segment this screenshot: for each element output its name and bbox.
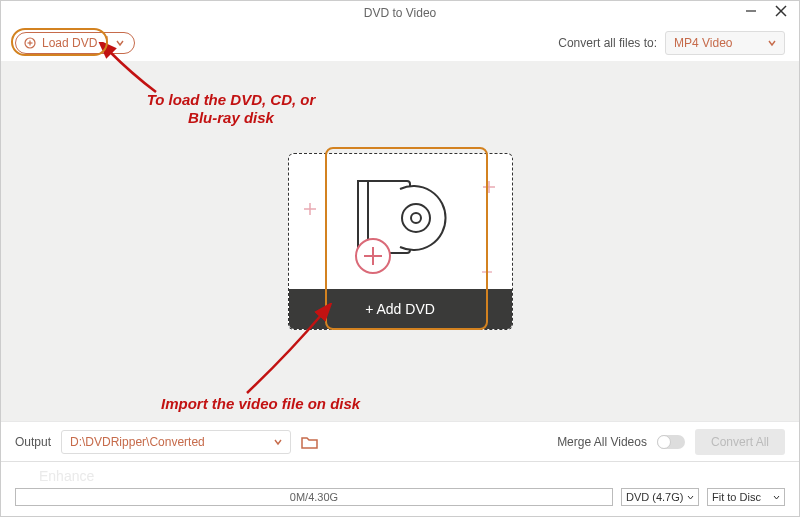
folder-icon (301, 434, 319, 450)
output-format-value: MP4 Video (674, 36, 732, 50)
output-label: Output (15, 435, 51, 449)
add-dvd-bar[interactable]: + Add DVD (289, 289, 512, 329)
merge-videos-label: Merge All Videos (557, 435, 647, 449)
close-button[interactable] (771, 1, 791, 21)
output-path-select[interactable]: D:\DVDRipper\Converted (61, 430, 291, 454)
separator (107, 36, 108, 50)
add-dvd-label: + Add DVD (365, 301, 435, 317)
title-bar: DVD to Video (1, 1, 799, 25)
plus-circle-icon (24, 37, 36, 49)
capacity-text: 0M/4.30G (290, 491, 338, 503)
window-controls (741, 1, 799, 21)
disc-type-select[interactable]: DVD (4.7G) (621, 488, 699, 506)
toolbar: Load DVD Convert all files to: MP4 Video (1, 25, 799, 61)
sparkle-icon (482, 267, 492, 277)
progress-row: 0M/4.30G DVD (4.7G) Fit to Disc (15, 488, 785, 506)
load-dvd-button[interactable]: Load DVD (15, 32, 135, 54)
chevron-down-icon (116, 39, 124, 47)
window-title: DVD to Video (364, 6, 437, 20)
output-bar: Output D:\DVDRipper\Converted Merge All … (1, 421, 799, 461)
chevron-down-icon (773, 494, 780, 501)
annotation-load-hint: To load the DVD, CD, or Blu-ray disk (131, 91, 331, 127)
toolbar-right: Convert all files to: MP4 Video (558, 31, 785, 55)
chevron-down-icon (687, 494, 694, 501)
minimize-button[interactable] (741, 1, 761, 21)
merge-videos-toggle[interactable] (657, 435, 685, 449)
load-dvd-label: Load DVD (42, 36, 97, 50)
output-path-value: D:\DVDRipper\Converted (70, 435, 205, 449)
close-icon (774, 4, 788, 18)
fit-mode-value: Fit to Disc (712, 491, 761, 503)
capacity-progress: 0M/4.30G (15, 488, 613, 506)
minimize-icon (745, 5, 757, 17)
fit-mode-select[interactable]: Fit to Disc (707, 488, 785, 506)
disc-type-value: DVD (4.7G) (626, 491, 683, 503)
progress-bar-area: Enhance 0M/4.30G DVD (4.7G) Fit to Disc (1, 461, 799, 516)
open-folder-button[interactable] (301, 434, 319, 450)
output-format-select[interactable]: MP4 Video (665, 31, 785, 55)
app-window: DVD to Video Load DVD Convert all files … (0, 0, 800, 517)
sparkle-icon (482, 180, 496, 194)
annotation-add-hint: Import the video file on disk (161, 395, 360, 413)
convert-all-button[interactable]: Convert All (695, 429, 785, 455)
sparkle-icon (303, 202, 317, 216)
convert-to-label: Convert all files to: (558, 36, 657, 50)
ghost-enhance-label: Enhance (39, 468, 785, 484)
add-plus-icon (353, 236, 393, 276)
add-dvd-dropzone[interactable]: + Add DVD (288, 153, 513, 330)
main-area: + Add DVD To load the DVD, CD, or Blu-ra… (1, 61, 799, 421)
chevron-down-icon (768, 39, 776, 47)
dropzone-art (289, 154, 512, 289)
chevron-down-icon (274, 438, 282, 446)
